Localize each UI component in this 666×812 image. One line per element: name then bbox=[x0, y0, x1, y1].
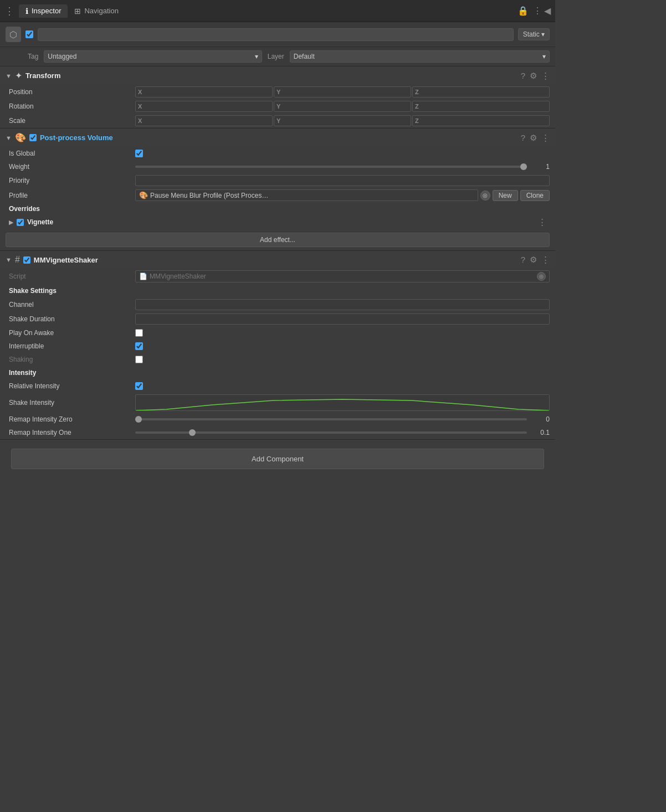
postprocess-icon: 🎨 bbox=[15, 132, 26, 143]
scale-x-field[interactable]: X 1 bbox=[135, 115, 273, 126]
mm-shaker-title: MMVignetteShaker bbox=[34, 256, 518, 264]
transform-title: Transform bbox=[25, 71, 518, 80]
position-x-field[interactable]: X -147.2 bbox=[135, 86, 273, 97]
position-z-input[interactable]: 48.9 bbox=[420, 88, 450, 96]
postprocess-help-icon[interactable]: ? bbox=[521, 133, 525, 143]
transform-menu-icon[interactable]: ⋮ bbox=[541, 71, 550, 81]
is-global-checkbox[interactable] bbox=[135, 150, 143, 157]
vignette-row[interactable]: ▶ Vignette ⋮ bbox=[0, 215, 555, 229]
layer-select[interactable]: Default ▾ bbox=[290, 50, 550, 63]
transform-header[interactable]: ▼ ✦ Transform ? ⚙ ⋮ bbox=[0, 66, 555, 85]
tag-label: Tag bbox=[28, 53, 38, 60]
tab-menu-icon[interactable]: ⋮ bbox=[4, 5, 14, 17]
profile-field[interactable]: 🎨 Pause Menu Blur Profile (Post Proces… bbox=[135, 189, 478, 201]
navigation-icon: ⊞ bbox=[74, 7, 81, 16]
relative-intensity-checkbox[interactable] bbox=[135, 382, 143, 390]
shake-settings-header-row: Shake Settings bbox=[0, 284, 555, 297]
static-button[interactable]: Static ▾ bbox=[518, 28, 550, 40]
rotation-z-input[interactable]: 0 bbox=[420, 102, 450, 110]
scale-y-input[interactable]: 1 bbox=[281, 117, 312, 125]
transform-help-icon[interactable]: ? bbox=[521, 71, 525, 81]
object-cube-icon: ⬡ bbox=[6, 27, 21, 42]
mm-shaker-header[interactable]: ▼ # MMVignetteShaker ? ⚙ ⋮ bbox=[0, 251, 555, 269]
intensity-label: Intensity bbox=[9, 369, 131, 377]
priority-row: Priority 0 bbox=[0, 173, 555, 188]
vignette-checkbox[interactable] bbox=[17, 219, 24, 226]
shaking-checkbox[interactable] bbox=[135, 356, 143, 363]
vignette-label: Vignette bbox=[27, 218, 53, 226]
panel-arrow-icon[interactable]: ◀ bbox=[544, 6, 551, 16]
object-name-input[interactable]: PostProcessingVolume bbox=[38, 28, 514, 41]
play-on-awake-row: Play On Awake bbox=[0, 326, 555, 340]
add-component-button[interactable]: Add Component bbox=[11, 449, 544, 469]
svg-rect-0 bbox=[136, 395, 549, 411]
play-on-awake-checkbox[interactable] bbox=[135, 329, 143, 337]
static-label: Static ▾ bbox=[523, 30, 545, 38]
lock-icon[interactable]: 🔒 bbox=[518, 6, 529, 16]
scale-y-field[interactable]: Y 1 bbox=[274, 115, 411, 126]
position-y-field[interactable]: Y 38.344 bbox=[274, 86, 411, 97]
shake-duration-row: Shake Duration 0.5 bbox=[0, 312, 555, 326]
interruptible-checkbox[interactable] bbox=[135, 342, 143, 350]
script-field[interactable]: 📄 MMVignetteShaker ◎ bbox=[135, 270, 550, 282]
mm-shaker-icon: # bbox=[15, 255, 20, 265]
position-z-field[interactable]: Z 48.9 bbox=[412, 86, 550, 97]
shake-intensity-curve[interactable] bbox=[135, 394, 550, 411]
tag-layer-row: Tag Untagged ▾ Layer Default ▾ bbox=[0, 47, 555, 66]
interruptible-row: Interruptible bbox=[0, 340, 555, 353]
new-button[interactable]: New bbox=[493, 190, 518, 201]
rotation-y-input[interactable]: 0 bbox=[281, 102, 312, 110]
mm-shaker-menu-icon[interactable]: ⋮ bbox=[541, 255, 550, 265]
rotation-z-field[interactable]: Z 0 bbox=[412, 101, 550, 112]
remap-zero-slider[interactable] bbox=[135, 418, 527, 420]
play-on-awake-label: Play On Awake bbox=[9, 329, 131, 337]
object-active-checkbox[interactable] bbox=[25, 30, 33, 38]
scale-x-input[interactable]: 1 bbox=[143, 117, 173, 125]
tab-options-icon[interactable]: ⋮ bbox=[533, 6, 542, 16]
weight-value: 1 bbox=[530, 163, 550, 171]
mm-shaker-settings-icon[interactable]: ⚙ bbox=[530, 255, 537, 265]
remap-zero-slider-container: 0 bbox=[135, 415, 550, 423]
tag-select[interactable]: Untagged ▾ bbox=[44, 50, 262, 63]
profile-field-row: 🎨 Pause Menu Blur Profile (Post Proces… … bbox=[135, 189, 550, 201]
tab-navigation[interactable]: ⊞ Navigation bbox=[68, 4, 125, 18]
tab-inspector[interactable]: ℹ Inspector bbox=[19, 4, 68, 18]
inspector-panel: ⬡ PostProcessingVolume Static ▾ Tag Unta… bbox=[0, 22, 555, 469]
tab-bar: ⋮ ℹ Inspector ⊞ Navigation 🔒 ⋮ ◀ bbox=[0, 0, 555, 22]
position-xyz: X -147.2 Y 38.344 Z 48.9 bbox=[135, 86, 550, 97]
scale-z-field[interactable]: Z 1 bbox=[412, 115, 550, 126]
mm-shaker-collapse-icon: ▼ bbox=[6, 256, 12, 263]
layer-label: Layer bbox=[268, 53, 284, 60]
script-select-icon[interactable]: ◎ bbox=[537, 272, 546, 281]
rotation-x-field[interactable]: X 0 bbox=[135, 101, 273, 112]
remap-one-slider[interactable] bbox=[135, 431, 527, 434]
position-y-input[interactable]: 38.344 bbox=[281, 88, 312, 96]
mm-shaker-section: ▼ # MMVignetteShaker ? ⚙ ⋮ Script 📄 MMVi… bbox=[0, 251, 555, 440]
position-x-input[interactable]: -147.2 bbox=[143, 88, 173, 96]
script-label: Script bbox=[9, 273, 131, 280]
relative-intensity-label: Relative Intensity bbox=[9, 382, 131, 390]
profile-select-icon[interactable]: ◎ bbox=[480, 191, 490, 201]
postprocess-section: ▼ 🎨 Post-process Volume ? ⚙ ⋮ Is Global … bbox=[0, 129, 555, 251]
postprocess-settings-icon[interactable]: ⚙ bbox=[530, 133, 537, 143]
scale-z-input[interactable]: 1 bbox=[420, 117, 450, 125]
rotation-y-field[interactable]: Y 0 bbox=[274, 101, 411, 112]
weight-slider[interactable] bbox=[135, 166, 527, 168]
vignette-menu-icon[interactable]: ⋮ bbox=[538, 217, 546, 227]
mm-shaker-active-checkbox[interactable] bbox=[23, 256, 30, 264]
postprocess-header[interactable]: ▼ 🎨 Post-process Volume ? ⚙ ⋮ bbox=[0, 129, 555, 147]
clone-button[interactable]: Clone bbox=[520, 190, 550, 201]
rotation-x-input[interactable]: 0 bbox=[143, 102, 173, 110]
rotation-label: Rotation bbox=[9, 102, 131, 110]
postprocess-collapse-icon: ▼ bbox=[6, 135, 12, 141]
priority-input[interactable]: 0 bbox=[135, 175, 550, 186]
transform-settings-icon[interactable]: ⚙ bbox=[530, 71, 537, 81]
mm-shaker-help-icon[interactable]: ? bbox=[521, 255, 525, 265]
postprocess-menu-icon[interactable]: ⋮ bbox=[541, 133, 550, 143]
add-effect-button[interactable]: Add effect... bbox=[6, 233, 550, 247]
script-name: MMVignetteShaker bbox=[150, 273, 206, 280]
postprocess-active-checkbox[interactable] bbox=[29, 134, 37, 141]
shake-settings-label: Shake Settings bbox=[9, 287, 131, 295]
shake-duration-input[interactable]: 0.5 bbox=[135, 314, 550, 325]
channel-input[interactable]: 0 bbox=[135, 299, 550, 310]
